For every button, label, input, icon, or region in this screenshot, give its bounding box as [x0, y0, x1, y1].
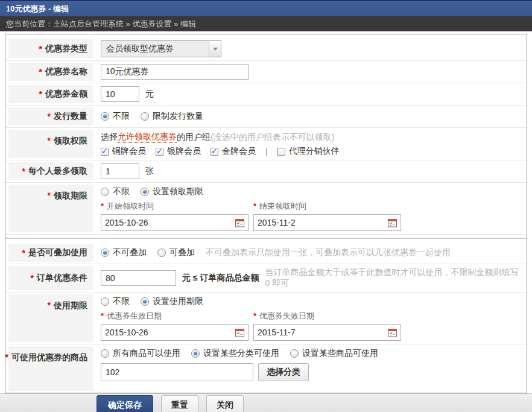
coupon-amount-label: 优惠券金额 — [8, 85, 93, 103]
stackable-no-radio[interactable]: 不可叠加 — [101, 247, 147, 258]
checkbox-label: 代理分销伙伴 — [289, 146, 340, 157]
row-coupon-type: 优惠券类型 会员领取型优惠券 — [5, 37, 527, 61]
chevron-down-icon[interactable] — [209, 41, 221, 57]
order-condition-unit: 元 ≤ 订单商品总金额 — [182, 273, 259, 284]
breadcrumb: 您当前位置：主站点后台管理系统 » 优惠券设置 » 编辑 — [0, 16, 532, 31]
products-specific-radio[interactable]: 设置某些商品可使用 — [290, 348, 378, 359]
row-issue-count: 发行数量 不限 限制发行数量 — [5, 106, 527, 128]
claim-permission-label: 领取权限 — [8, 130, 93, 158]
date-value: 2015-10-26 — [105, 218, 148, 227]
allow-claim-link[interactable]: 允许领取优惠券 — [118, 132, 177, 143]
permission-hint-paren: (没选中的用户组表示不可以领取) — [211, 132, 334, 143]
choose-category-button[interactable]: 选择分类 — [258, 363, 309, 381]
stackable-hint: 不可叠加表示只能使用一张，可叠加表示可以几张优惠券一起使用 — [206, 247, 451, 258]
radio-icon[interactable] — [101, 297, 109, 306]
label-text: 是否可叠加使用 — [28, 247, 87, 258]
usage-period-unlimited-radio[interactable]: 不限 — [101, 296, 130, 307]
applicable-products-label: 可使用优惠券的商品 — [8, 346, 93, 391]
max-unit: 张 — [145, 166, 154, 177]
row-usage-period: 使用期限 不限 设置使用期限 优惠券生效日期 优惠券失效日期 — [5, 293, 527, 344]
calendar-icon[interactable] — [388, 328, 397, 337]
radio-label: 设置使用期限 — [153, 296, 203, 307]
label-text: 优惠券类型 — [45, 43, 87, 54]
checkbox-label: 银牌会员 — [167, 146, 201, 157]
close-button[interactable]: 关闭 — [206, 395, 244, 412]
usage-start-sublabel: 优惠券生效日期 — [101, 311, 249, 322]
calendar-icon[interactable] — [388, 218, 397, 227]
stackable-yes-radio[interactable]: 可叠加 — [157, 247, 195, 258]
usage-start-date-input[interactable]: 2015-10-26 — [101, 324, 249, 341]
radio-icon[interactable] — [157, 249, 166, 257]
radio-icon[interactable] — [290, 349, 299, 358]
issue-count-unlimited-radio[interactable]: 不限 — [101, 111, 130, 122]
category-ids-input[interactable] — [101, 363, 253, 381]
radio-label: 可叠加 — [169, 247, 195, 258]
radio-icon[interactable] — [141, 188, 149, 196]
stackable-label: 是否可叠加使用 — [8, 244, 93, 262]
issue-count-limited-radio[interactable]: 限制发行数量 — [141, 111, 203, 122]
claim-end-date-input[interactable]: 2015-11-2 — [253, 214, 401, 231]
claim-period-unlimited-radio[interactable]: 不限 — [101, 186, 130, 197]
permission-hint-prefix: 选择 — [101, 132, 118, 143]
max-per-person-input[interactable] — [101, 163, 139, 179]
date-value: 2015-10-26 — [105, 328, 148, 337]
radio-icon[interactable] — [101, 188, 109, 196]
calendar-icon[interactable] — [235, 218, 244, 227]
reset-button[interactable]: 重置 — [161, 395, 198, 412]
claim-start-date-input[interactable]: 2015-10-26 — [101, 214, 249, 231]
label-text: 订单优惠条件 — [37, 273, 87, 284]
radio-icon[interactable] — [101, 112, 109, 121]
row-coupon-amount: 优惠券金额 元 — [5, 83, 527, 106]
calendar-icon[interactable] — [235, 328, 244, 337]
radio-label: 所有商品可以使用 — [113, 348, 180, 359]
section-divider — [5, 238, 527, 239]
usage-period-set-radio[interactable]: 设置使用期限 — [141, 296, 203, 307]
claim-start-sublabel: 开始领取时间 — [101, 201, 249, 212]
required-asterisk — [48, 136, 54, 145]
radio-icon[interactable] — [101, 349, 109, 358]
window-title: 10元优惠券 - 编辑 — [0, 0, 532, 16]
max-per-person-label: 每个人最多领取 — [8, 162, 93, 180]
radio-label: 限制发行数量 — [153, 111, 203, 122]
radio-label: 不限 — [113, 186, 130, 197]
required-asterisk — [31, 273, 37, 283]
save-button[interactable]: 确定保存 — [97, 395, 153, 412]
checkbox-icon[interactable] — [277, 148, 285, 156]
required-asterisk — [39, 67, 45, 77]
required-asterisk — [101, 311, 107, 320]
label-text: 优惠券金额 — [45, 89, 87, 100]
radio-icon[interactable] — [141, 112, 149, 121]
required-asterisk — [48, 300, 54, 310]
required-asterisk — [253, 311, 259, 320]
issue-count-label: 发行数量 — [8, 107, 93, 125]
sublabel-text: 结束领取时间 — [259, 201, 306, 211]
required-asterisk — [48, 112, 54, 121]
coupon-type-select[interactable]: 会员领取型优惠券 — [101, 40, 221, 57]
usage-end-date-input[interactable]: 2015-11-7 — [253, 324, 401, 341]
order-condition-input[interactable] — [101, 270, 176, 286]
claim-period-set-radio[interactable]: 设置领取期限 — [141, 186, 203, 197]
products-category-radio[interactable]: 设置某些分类可使用 — [191, 348, 279, 359]
group-gold-checkbox[interactable]: 金牌会员 — [211, 146, 256, 157]
coupon-name-input[interactable] — [101, 64, 249, 80]
radio-icon[interactable] — [101, 249, 109, 257]
group-agent-checkbox[interactable]: 代理分销伙伴 — [277, 146, 340, 157]
coupon-amount-input[interactable] — [101, 86, 139, 102]
checkbox-label: 铜牌会员 — [112, 146, 146, 157]
row-max-per-person: 每个人最多领取 张 — [5, 160, 527, 183]
radio-icon[interactable] — [191, 349, 200, 358]
order-condition-label: 订单优惠条件 — [8, 266, 93, 290]
radio-label: 不限 — [113, 296, 130, 307]
group-silver-checkbox[interactable]: 银牌会员 — [156, 146, 201, 157]
radio-icon[interactable] — [141, 297, 149, 306]
products-all-radio[interactable]: 所有商品可以使用 — [101, 348, 180, 359]
checkbox-icon[interactable] — [156, 148, 163, 156]
required-asterisk — [101, 201, 107, 211]
group-bronze-checkbox[interactable]: 铜牌会员 — [101, 146, 146, 157]
radio-label: 不限 — [113, 111, 130, 122]
label-text: 领取权限 — [54, 136, 87, 147]
radio-label: 设置某些商品可使用 — [302, 348, 378, 359]
checkbox-icon[interactable] — [211, 148, 218, 156]
claim-end-sublabel: 结束领取时间 — [253, 201, 401, 212]
checkbox-icon[interactable] — [101, 148, 109, 156]
